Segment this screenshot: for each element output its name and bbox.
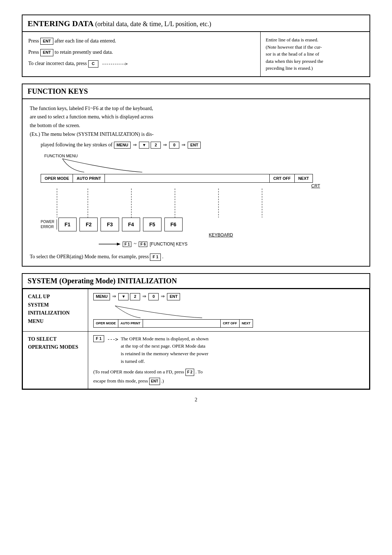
fkeys-range-row: F 1 ~ F 6 [FUNCTION] KEYS	[99, 240, 362, 248]
function-keys-body: The function keys, labeled F1~F6 at the …	[23, 99, 369, 266]
sys-menu-key: MENU	[93, 293, 110, 300]
right-text-1: Entire line of data is erased.	[266, 36, 364, 44]
sys-curve-svg	[93, 304, 257, 319]
sys-menu-spacer	[143, 319, 220, 327]
sys-arrow1: ⇒	[112, 293, 116, 300]
line3-prefix: To clear incorrect data, press	[28, 61, 87, 66]
sys-key0: 0	[148, 293, 159, 300]
fk-desc5: played following the key strokes of	[41, 142, 113, 148]
oper-mode-btn: OPER MODE	[41, 174, 73, 183]
row2-sub-prefix: (To read OPER mode data stored on a FD, …	[93, 369, 184, 374]
sys-keystroke-row: MENU ⇒ ▼ 2 ⇒ 0 ⇒ ENT	[93, 293, 364, 300]
keystroke-row: played following the key strokes of MENU…	[41, 142, 362, 149]
system-init-title: SYSTEM (Operating Mode) INITIALIZATION	[28, 277, 177, 285]
right-text-2: (Note however that if the cur-	[266, 44, 364, 51]
sys-ent-key-2: ENT	[149, 378, 160, 385]
line1-prefix: Press	[28, 38, 39, 44]
crt-off-btn: CRT OFF	[269, 174, 295, 183]
row2-sub-line1: (To read OPER mode data stored on a FD, …	[93, 368, 364, 376]
fk-desc3: the bottom of the screen.	[30, 121, 362, 130]
select-period: .	[162, 254, 164, 259]
key-2: 2	[151, 142, 161, 149]
sys-f2-key: F 2	[185, 369, 194, 376]
fk-desc1: The function keys, labeled F1~F6 at the …	[30, 104, 362, 113]
f3-key[interactable]: F3	[101, 218, 119, 231]
power-label: POWER	[41, 219, 54, 224]
entering-title-subtitle: (orbital data, date & time, L/L position…	[95, 20, 211, 28]
sys-row2-label: TO SELECT OPERATING MODES	[23, 331, 88, 389]
auto-print-btn: AUTO PRINT	[73, 174, 105, 183]
f6-range-key: F 6	[139, 242, 147, 247]
sys-row-2: TO SELECT OPERATING MODES F 1 ---> The O…	[23, 331, 369, 389]
dashed-lines-svg	[41, 189, 324, 218]
row2-label1: TO SELECT	[28, 335, 83, 343]
diagram-area: FUNCTION MENU OPER MODE AUTO PRINT CRT O…	[33, 152, 362, 248]
row1-label2: SYSTEM	[28, 301, 83, 309]
function-keys-section: FUNCTION KEYS The function keys, labeled…	[22, 84, 370, 267]
arrow2: ⇒	[163, 142, 167, 148]
next-btn: NEXT	[295, 174, 313, 183]
function-keys-title: FUNCTION KEYS	[28, 87, 88, 95]
sys-auto-print: AUTO PRINT	[118, 319, 143, 327]
sys-next: NEXT	[240, 319, 253, 327]
f4-key[interactable]: F4	[122, 218, 140, 231]
power-error-label: POWER ERROR	[41, 219, 57, 230]
entering-right-col: Entire line of data is erased. (Note how…	[261, 32, 369, 76]
f2-key[interactable]: F2	[79, 218, 98, 231]
fk-desc2: are used to select a function menu, whic…	[30, 113, 362, 121]
menu-key: MENU	[114, 142, 131, 149]
fkeys-row: F1 F2 F3 F4 F5 F6	[58, 218, 183, 231]
sys-arrow3: ⇒	[161, 293, 165, 300]
crt-label: CRT	[33, 183, 320, 189]
sys-f1-key: F 1	[93, 335, 104, 342]
row2-sub-mid: . To	[195, 369, 203, 374]
row2-text-block: The OPER Mode menu is displayed, as show…	[121, 335, 209, 365]
entering-left-col: Press ENT after each line of data entere…	[23, 32, 261, 76]
arrow-svg	[99, 240, 121, 248]
entering-data-body: Press ENT after each line of data entere…	[23, 32, 369, 76]
dashed-arrow: ----------->	[99, 60, 127, 68]
page-container: ENTERING DATA (orbital data, date & time…	[22, 15, 370, 403]
sys-down-key: ▼	[118, 293, 128, 300]
sys-key2: 2	[130, 293, 140, 300]
system-init-table: CALL UP SYSTEM INITIALIZATION MENU MENU …	[23, 289, 369, 389]
f1-select-key: F 1	[150, 254, 161, 260]
f6-key[interactable]: F6	[164, 218, 183, 231]
key-0: 0	[169, 142, 179, 149]
ent-key-3: ENT	[188, 142, 201, 149]
row2-text1: The OPER Mode menu is displayed, as show…	[121, 335, 209, 343]
entering-data-header: ENTERING DATA (orbital data, date & time…	[23, 15, 369, 32]
f5-key[interactable]: F5	[143, 218, 161, 231]
right-text-3: sor is at the head of a line of	[266, 50, 364, 58]
c-key: C	[88, 60, 98, 67]
arrow1: ⇒	[133, 142, 137, 148]
right-text-5: preceding line is erased.)	[266, 65, 364, 72]
sys-oper-mode: OPER MODE	[93, 319, 118, 327]
sys-row2-content: F 1 ---> The OPER Mode menu is displayed…	[88, 331, 369, 389]
page-number: 2	[22, 397, 370, 403]
tilde: ~	[134, 241, 136, 247]
dashed-arrow-2: --->	[107, 335, 118, 343]
entering-title-bold: ENTERING DATA	[28, 19, 93, 28]
row2-sub2-text: escape from this mode, press	[93, 378, 148, 384]
sys-row-1: CALL UP SYSTEM INITIALIZATION MENU MENU …	[23, 289, 369, 331]
sys-row2-top: F 1 ---> The OPER Mode menu is displayed…	[93, 335, 364, 365]
down-key: ▼	[139, 142, 149, 149]
enter-line-2: Press ENT to retain presently used data.	[28, 48, 254, 57]
f1-range-key: F 1	[123, 242, 131, 247]
arrow3: ⇒	[181, 142, 185, 148]
entering-data-title: ENTERING DATA (orbital data, date & time…	[28, 19, 364, 28]
row2-text4: is turned off.	[121, 358, 209, 365]
select-line: To select the OPER(ating) Mode menu, for…	[30, 253, 362, 261]
sys-row1-label: CALL UP SYSTEM INITIALIZATION MENU	[23, 289, 88, 331]
fk-desc: The function keys, labeled F1~F6 at the …	[30, 104, 362, 139]
svg-marker-7	[117, 243, 121, 246]
row1-label3: INITIALIZATION	[28, 309, 83, 317]
f1-key[interactable]: F1	[58, 218, 77, 231]
enter-line-1: Press ENT after each line of data entere…	[28, 36, 254, 45]
sys-arrow2: ⇒	[142, 293, 146, 300]
system-init-section: SYSTEM (Operating Mode) INITIALIZATION C…	[22, 273, 370, 389]
error-label: ERROR	[41, 224, 54, 230]
keyboard-row: POWER ERROR F1 F2 F3 F4 F5 F6	[41, 218, 362, 231]
row1-label4: MENU	[28, 317, 83, 325]
